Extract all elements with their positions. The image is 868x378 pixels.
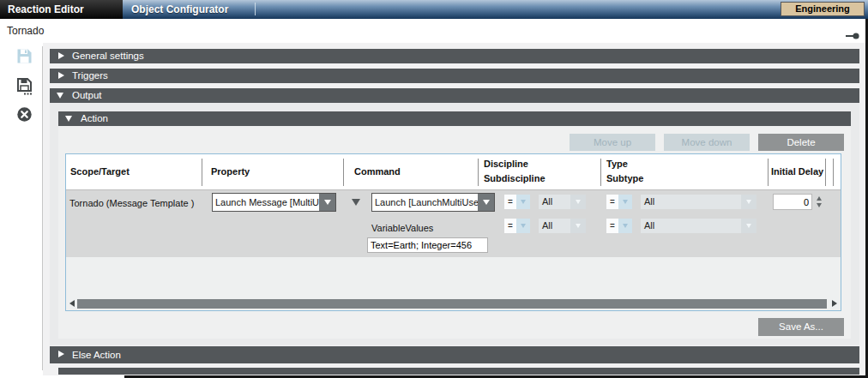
dropdown-arrow-icon [618, 219, 632, 233]
section-triggers[interactable]: Triggers [50, 69, 859, 83]
scrollbar-thumb[interactable] [77, 299, 827, 309]
command-dropdown-value: Launch [LaunchMultiUse [372, 197, 478, 207]
dropdown-arrow-icon [570, 195, 586, 209]
delete-button[interactable]: Delete [758, 134, 844, 151]
type-value: All [641, 195, 741, 209]
column-divider[interactable] [343, 159, 344, 186]
save-icon[interactable] [16, 48, 33, 65]
command-expander-icon[interactable] [352, 199, 360, 206]
dropdown-arrow-icon[interactable] [319, 194, 335, 211]
col-initial-delay: Initial Delay [771, 166, 824, 177]
chevron-down-icon [57, 93, 63, 99]
dropdown-arrow-icon [741, 219, 756, 233]
column-divider[interactable] [202, 159, 202, 186]
chevron-right-icon [58, 72, 64, 79]
dropdown-arrow-icon [516, 219, 530, 233]
chevron-right-icon [58, 52, 64, 59]
subdiscipline-dropdown[interactable]: All [539, 219, 586, 233]
column-divider[interactable] [600, 159, 601, 186]
dropdown-arrow-icon[interactable] [478, 194, 494, 211]
section-label: Output [72, 90, 102, 100]
col-property: Property [211, 166, 250, 177]
reaction-editor-window: Reaction Editor Object Configurator Engi… [0, 0, 868, 378]
tab-separator [255, 3, 256, 15]
horizontal-scrollbar[interactable] [66, 298, 841, 309]
object-header-row: Tornado [0, 19, 868, 43]
operator-value: = [504, 195, 516, 209]
spinner-up-icon[interactable] [817, 196, 822, 201]
subtype-value: All [641, 219, 741, 233]
col-scope-target: Scope/Target [70, 166, 130, 177]
variable-values-label: VariableValues [371, 223, 433, 233]
dropdown-arrow-icon [516, 195, 530, 209]
scroll-right-icon[interactable] [832, 300, 837, 307]
subdiscipline-value: All [539, 219, 570, 233]
col-subtype: Subtype [606, 173, 643, 183]
initial-delay-spinner[interactable] [814, 194, 823, 210]
column-divider[interactable] [768, 159, 769, 186]
section-label: Else Action [72, 350, 121, 360]
section-general-settings[interactable]: General settings [50, 49, 859, 63]
type-dropdown[interactable]: All [641, 195, 756, 209]
tab-reaction-editor[interactable]: Reaction Editor [0, 0, 123, 19]
dropdown-arrow-icon [618, 195, 632, 209]
section-label: Action [81, 113, 108, 123]
property-dropdown[interactable]: Launch Message [MultiUse [212, 193, 336, 212]
section-output[interactable]: Output [50, 88, 859, 103]
variable-values-input[interactable] [367, 237, 488, 253]
action-table: Scope/Target Property Command Discipline… [65, 153, 841, 311]
scope-target-value: Tornado (Message Template ) [69, 198, 194, 208]
engineering-mode-button[interactable]: Engineering [781, 2, 865, 16]
operator-value: = [606, 219, 618, 233]
col-type: Type [606, 159, 628, 169]
command-dropdown[interactable]: Launch [LaunchMultiUse [371, 193, 495, 212]
section-label: Triggers [72, 70, 108, 81]
column-divider[interactable] [478, 159, 479, 186]
subdiscipline-operator-dropdown[interactable]: = [504, 219, 530, 233]
column-divider[interactable] [833, 159, 834, 186]
section-partial-bottom[interactable] [58, 368, 859, 375]
object-name: Tornado [7, 25, 44, 37]
subtype-operator-dropdown[interactable]: = [606, 219, 632, 233]
section-else-action[interactable]: Else Action [50, 346, 859, 363]
type-operator-dropdown[interactable]: = [606, 195, 632, 209]
table-header-row: Scope/Target Property Command Discipline… [66, 154, 841, 190]
spinner-down-icon[interactable] [817, 203, 822, 207]
chevron-down-icon [65, 116, 72, 122]
col-discipline: Discipline [484, 159, 528, 169]
section-label: General settings [72, 51, 144, 61]
initial-delay-input[interactable] [773, 194, 812, 210]
chevron-right-icon [58, 351, 64, 357]
dropdown-arrow-icon [570, 219, 586, 233]
cancel-icon[interactable] [16, 106, 33, 123]
move-up-button[interactable]: Move up [570, 134, 655, 151]
save-as-button[interactable]: Save As... [758, 318, 844, 336]
subtype-dropdown[interactable]: All [641, 219, 756, 233]
pin-icon[interactable] [846, 27, 859, 34]
column-divider[interactable] [825, 159, 826, 186]
save-as-icon[interactable] [16, 77, 33, 94]
discipline-operator-dropdown[interactable]: = [504, 195, 530, 209]
col-command: Command [354, 166, 401, 177]
section-action[interactable]: Action [58, 111, 851, 126]
discipline-value: All [539, 195, 570, 209]
operator-value: = [504, 219, 516, 233]
table-data-area: Tornado (Message Template ) Launch Messa… [66, 190, 841, 257]
discipline-dropdown[interactable]: All [539, 195, 586, 209]
tab-object-configurator[interactable]: Object Configurator [131, 0, 228, 19]
operator-value: = [606, 195, 618, 209]
col-subdiscipline: Subdiscipline [484, 173, 546, 183]
move-down-button[interactable]: Move down [664, 134, 750, 151]
property-dropdown-value: Launch Message [MultiUse [213, 197, 319, 207]
top-tab-bar: Reaction Editor Object Configurator Engi… [0, 0, 868, 19]
dropdown-arrow-icon [741, 195, 756, 209]
scroll-left-icon[interactable] [69, 300, 75, 307]
